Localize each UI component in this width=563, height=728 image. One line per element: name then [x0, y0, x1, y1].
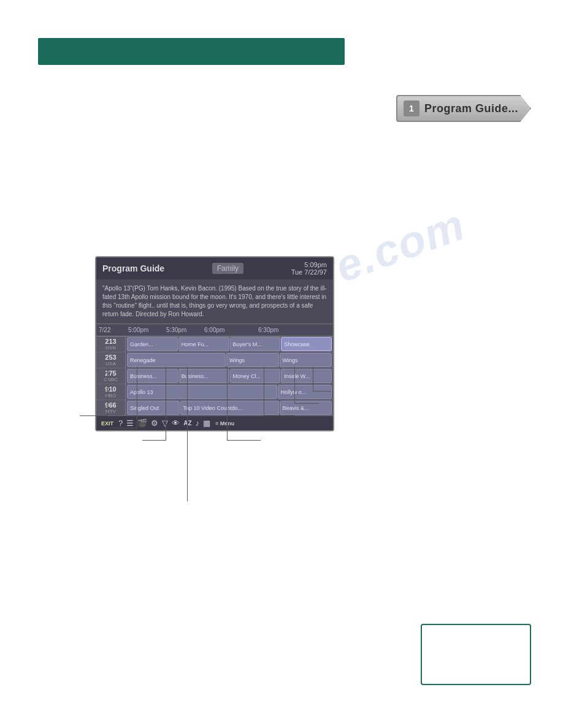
ann-line-10: [227, 440, 261, 441]
guide-channel-rows: 213 HSN Garden... Home Fu... Buyer's M..…: [96, 336, 333, 416]
ann-line-8: [187, 458, 188, 501]
toolbar-help-icon[interactable]: ?: [118, 419, 123, 428]
ann-line-14: [294, 403, 319, 404]
ch-name-275: CNBC: [104, 377, 118, 382]
channel-row-213: 213 HSN Garden... Home Fu... Buyer's M..…: [96, 336, 333, 352]
prog-cell[interactable]: Home Fu...: [178, 337, 229, 351]
guide-column-headers: 7/22 5:00pm 5:30pm 6:00pm 6:30pm: [96, 324, 333, 336]
prog-cell[interactable]: Renegade: [127, 353, 226, 367]
guide-category: Family: [212, 263, 243, 274]
guide-time: 5:09pm: [291, 261, 327, 268]
toolbar-list-icon[interactable]: ☰: [126, 419, 134, 428]
ann-line-5: [166, 366, 166, 440]
prog-cell[interactable]: Buyer's M...: [230, 337, 281, 351]
channel-row-275: 275 CNBC Business... Business... Money C…: [96, 368, 333, 384]
prog-cell[interactable]: Business...: [178, 369, 229, 383]
ann-line-2: [80, 415, 108, 416]
top-banner: [38, 38, 345, 65]
channel-programs-275: Business... Business... Money Cl... Insi…: [126, 368, 333, 384]
prog-cell[interactable]: Inside W...: [281, 369, 332, 383]
ann-line-16: [313, 391, 331, 392]
ann-line-4: [110, 428, 137, 428]
ann-line-7: [187, 366, 188, 458]
ann-line-9: [227, 366, 228, 440]
col-header-630: 6:30pm: [256, 325, 301, 335]
ch-name-253: USA: [105, 361, 115, 366]
col-header-date: 7/22: [96, 325, 126, 335]
ann-line-15: [313, 366, 313, 391]
col-header-600: 6:00pm: [202, 325, 256, 335]
prog-cell-showcase[interactable]: Showcase: [281, 337, 332, 351]
col-header-500: 5:00pm: [126, 325, 164, 335]
channel-programs-910: Apollo 13 Hollyw o...: [126, 384, 333, 400]
col-header-530: 5:30pm: [164, 325, 202, 335]
channel-num-block-253: 253 USA: [96, 352, 126, 368]
toolbar-menu-button[interactable]: ≡ Menu: [214, 420, 236, 427]
channel-programs-213: Garden... Home Fu... Buyer's M... Showca…: [126, 336, 333, 352]
ann-line-6: [142, 440, 166, 441]
prog-cell[interactable]: Business...: [127, 369, 178, 383]
ann-line-11: [264, 366, 264, 415]
channel-num-block-966: 966 MTV: [96, 400, 126, 415]
toolbar-movie-icon[interactable]: 🎬: [137, 419, 147, 428]
toolbar-exit-button[interactable]: EXIT: [100, 420, 115, 427]
channel-num-block-910: 910 HBO: [96, 384, 126, 400]
ch-name-213: HSN: [105, 345, 116, 351]
prog-cell[interactable]: Garden...: [127, 337, 178, 351]
guide-time-date: 5:09pm Tue 7/22/97: [291, 261, 327, 276]
prog-cell[interactable]: Wings: [226, 353, 279, 367]
channel-row-966: 966 MTV Singled Out Top 10 Video Countdo…: [96, 400, 333, 416]
toolbar-grid-icon[interactable]: ▦: [203, 419, 210, 428]
guide-header: Program Guide Family 5:09pm Tue 7/22/97: [96, 257, 333, 279]
channel-num-block-275: 275 CNBC: [96, 368, 126, 384]
channel-programs-253: Renegade Wings Wings: [126, 352, 333, 368]
guide-description: "Apollo 13"(PG) Tom Hanks, Kevin Bacon. …: [96, 279, 333, 324]
bottom-right-box: [421, 624, 531, 685]
guide-button-number: 1: [404, 100, 419, 116]
guide-title: Program Guide: [102, 264, 164, 273]
ann-line-3: [137, 366, 137, 428]
ann-line-13: [294, 366, 295, 403]
ann-line-12: [264, 415, 294, 416]
toolbar-eye-icon[interactable]: 👁: [172, 419, 180, 428]
prog-cell-apollo[interactable]: Apollo 13: [127, 385, 277, 399]
channel-programs-966: Singled Out Top 10 Video Countdo... Beav…: [126, 400, 333, 415]
channel-row-910: 910 HBO Apollo 13 Hollyw o...: [96, 384, 333, 400]
guide-date: Tue 7/22/97: [291, 268, 327, 276]
channel-num-block-213: 213 HSN: [96, 336, 126, 352]
toolbar-settings-icon[interactable]: ⚙: [151, 419, 158, 428]
prog-cell[interactable]: Wings: [280, 353, 332, 367]
guide-button-label: Program Guide...: [424, 102, 518, 115]
toolbar-music-icon[interactable]: ♪: [196, 419, 200, 428]
ann-line-1: [107, 366, 108, 415]
prog-cell-singled-out[interactable]: Singled Out: [127, 401, 180, 415]
prog-cell[interactable]: Hollyw o...: [278, 385, 332, 399]
program-guide-button[interactable]: 1 Program Guide...: [396, 95, 531, 122]
channel-row-253: 253 USA Renegade Wings Wings: [96, 352, 333, 368]
ch-num-253: 253: [105, 354, 116, 361]
prog-cell[interactable]: Money Cl...: [230, 369, 281, 383]
program-guide-widget: Program Guide Family 5:09pm Tue 7/22/97 …: [95, 256, 334, 431]
ch-num-213: 213: [105, 338, 116, 345]
